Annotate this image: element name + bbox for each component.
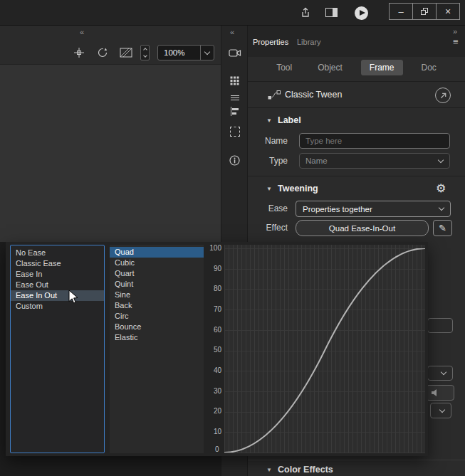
collapse-strip-icon[interactable]: « — [230, 28, 234, 36]
section-divider — [248, 176, 465, 176]
label-section-title: Label — [278, 111, 301, 129]
section-divider — [248, 460, 465, 460]
pencil-icon: ✎ — [439, 223, 446, 233]
obscured-audio-button[interactable] — [426, 385, 454, 401]
subtab-bar: Tool Object Frame Doc — [248, 57, 465, 78]
ease-picker-popup: No Ease Classic Ease Ease In Ease Out Ea… — [6, 242, 428, 456]
type-label: Type — [248, 153, 288, 169]
collapse-left-panel-icon[interactable]: « — [80, 28, 83, 36]
restore-button[interactable] — [412, 4, 436, 19]
ease-type-option[interactable]: Back — [110, 300, 204, 311]
y-tick: 70 — [214, 306, 221, 313]
remove-tween-button[interactable] — [435, 88, 451, 103]
top-bar: – × — [0, 0, 465, 26]
rotate-view-icon[interactable] — [97, 47, 108, 58]
ease-type-option[interactable]: Circ — [110, 311, 204, 322]
window-controls: – × — [389, 3, 460, 20]
y-tick: 60 — [214, 327, 221, 334]
animate-app-window: – × « 100% « — [0, 0, 465, 476]
chevron-down-icon — [438, 157, 444, 162]
play-button[interactable] — [355, 6, 368, 20]
ease-category-option[interactable]: Ease Out — [11, 280, 104, 290]
tab-library[interactable]: Library — [297, 38, 321, 46]
stepper-up-button[interactable] — [141, 46, 149, 53]
type-select-value: Name — [300, 157, 439, 165]
chevron-up-icon — [143, 48, 147, 52]
ease-category-option[interactable]: Custom — [11, 301, 104, 312]
subtab-frame[interactable]: Frame — [361, 60, 403, 75]
y-tick: 10 — [214, 428, 221, 435]
tweening-section-title: Tweening — [278, 179, 318, 198]
subtab-object[interactable]: Object — [310, 60, 350, 75]
obscured-input[interactable] — [427, 318, 453, 333]
color-effects-section-header[interactable]: ▼ Color Effects — [248, 461, 465, 476]
ease-category-option[interactable]: Classic Ease — [11, 258, 104, 269]
minimize-icon: – — [398, 6, 403, 17]
effect-label: Effect — [248, 220, 288, 236]
classic-tween-icon — [268, 90, 281, 100]
ease-dropdown[interactable]: Properties together — [296, 201, 451, 217]
obscured-dropdown[interactable] — [427, 366, 453, 381]
collapse-right-panel-icon[interactable]: » — [453, 27, 456, 36]
chevron-down-icon — [204, 48, 210, 54]
panel-header: Properties Library » ≡ — [248, 26, 465, 57]
clip-content-icon[interactable] — [120, 48, 132, 58]
y-tick: 90 — [214, 265, 221, 273]
ease-type-option[interactable]: Bounce — [110, 322, 204, 332]
chevron-down-icon — [143, 53, 147, 58]
label-section-header[interactable]: ▼ Label — [248, 111, 465, 129]
subtab-tool[interactable]: Tool — [269, 60, 299, 75]
tab-properties[interactable]: Properties — [253, 38, 288, 46]
share-icon[interactable] — [300, 7, 311, 18]
ease-dropdown-value: Properties together — [296, 205, 439, 213]
zoom-value: 100% — [158, 48, 200, 57]
stage-canvas[interactable] — [0, 65, 221, 242]
minimize-button[interactable]: – — [390, 4, 412, 19]
ease-type-option[interactable]: Quart — [110, 268, 204, 279]
speaker-icon — [431, 388, 441, 397]
layers-icon[interactable] — [231, 93, 239, 100]
tweening-section-header[interactable]: ▼ Tweening ⚙ — [248, 179, 465, 198]
y-tick-origin: 0 — [215, 445, 219, 453]
ease-category-option[interactable]: Ease In — [11, 269, 104, 280]
edit-effect-button[interactable]: ✎ — [433, 220, 452, 236]
arrow-up-right-icon — [439, 92, 447, 100]
close-button[interactable]: × — [436, 4, 459, 19]
chevron-down-icon — [439, 406, 445, 412]
section-expand-icon[interactable]: ▼ — [266, 462, 272, 476]
effect-value: Quad Ease-In-Out — [329, 224, 395, 233]
name-input[interactable] — [299, 133, 450, 149]
zoom-control[interactable]: 100% — [157, 45, 214, 60]
ease-type-option[interactable]: Sine — [110, 290, 204, 300]
ease-category-option-selected[interactable]: Ease In Out — [11, 290, 104, 301]
stage-toolbar: « 100% — [0, 26, 221, 65]
ease-category-option[interactable]: No Ease — [11, 248, 104, 258]
effect-button[interactable]: Quad Ease-In-Out — [296, 220, 429, 236]
subtab-doc[interactable]: Doc — [414, 60, 444, 75]
section-expand-icon[interactable]: ▼ — [266, 180, 272, 199]
stepper-down-button[interactable] — [141, 53, 149, 60]
ease-type-list: Quad Cubic Quart Quint Sine Back Circ Bo… — [110, 245, 204, 453]
align-icon[interactable] — [230, 107, 240, 116]
free-transform-icon[interactable] — [230, 127, 240, 137]
ease-graph-y-axis: 100 90 80 70 60 50 40 30 20 10 — [203, 245, 221, 435]
camera-icon[interactable] — [229, 48, 241, 58]
zoom-dropdown-button[interactable] — [200, 46, 214, 60]
section-expand-icon[interactable]: ▼ — [266, 112, 272, 130]
registration-point-icon[interactable] — [73, 47, 85, 58]
y-tick: 100 — [209, 245, 221, 252]
panel-menu-icon[interactable]: ≡ — [453, 36, 459, 47]
gear-icon[interactable]: ⚙ — [436, 179, 446, 198]
type-select[interactable]: Name — [299, 153, 450, 169]
ease-type-option[interactable]: Cubic — [110, 258, 204, 268]
ease-type-option[interactable]: Quint — [110, 279, 204, 290]
y-tick: 40 — [214, 367, 221, 374]
info-icon[interactable] — [229, 155, 240, 166]
frames-grid-icon[interactable] — [230, 76, 239, 85]
ease-type-option[interactable]: Elastic — [110, 332, 204, 343]
stepper — [140, 45, 150, 60]
obscured-dropdown[interactable] — [430, 403, 451, 418]
ease-row: Ease Properties together — [248, 201, 465, 217]
panel-toggle-icon[interactable] — [325, 8, 338, 17]
ease-type-option-selected[interactable]: Quad — [110, 247, 204, 258]
